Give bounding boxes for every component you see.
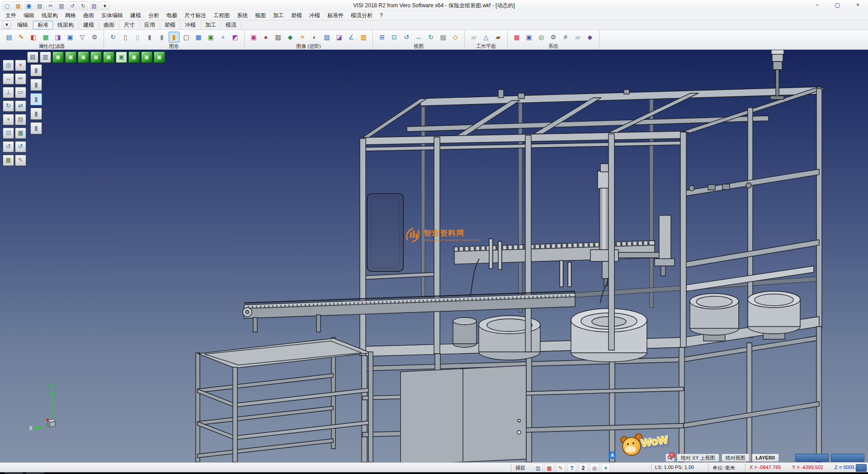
windows-taskbar[interactable] <box>0 472 868 474</box>
tab-wireframe[interactable]: 线架构 <box>53 21 79 29</box>
tab-die[interactable]: 冲模 <box>180 21 201 29</box>
iso-view-cube[interactable]: ▣ <box>52 52 64 63</box>
measure-icon[interactable]: ∠ <box>346 32 357 43</box>
tab-edit[interactable]: 编辑 <box>13 21 33 29</box>
move-icon[interactable]: ↔ <box>3 73 14 85</box>
snap-config-icon[interactable]: ◎ <box>536 32 547 43</box>
grid-settings-icon[interactable]: # <box>560 32 571 43</box>
filter-settings-icon[interactable]: ⚙ <box>89 32 100 43</box>
type-filter-icon[interactable]: ◨ <box>52 32 63 43</box>
undo-edit-icon[interactable]: ↺ <box>15 141 26 152</box>
layer-filter-icon[interactable]: ▦ <box>40 32 51 43</box>
zoom-window-icon[interactable]: ⊡ <box>3 128 14 139</box>
mirror-icon[interactable]: ⇄ <box>15 100 26 112</box>
workplane-3point-icon[interactable]: △ <box>481 32 491 43</box>
wireframe-filter-icon[interactable]: ▮ <box>30 93 42 105</box>
view-orientation-cell[interactable]: 绝对 XY 上视图 <box>677 454 719 462</box>
iso2-view-cube[interactable]: ▣ <box>141 52 152 63</box>
delete-icon[interactable]: × <box>15 60 26 71</box>
rotate-view-icon[interactable]: ↻ <box>425 32 436 43</box>
menu-system[interactable]: 系统 <box>233 11 251 20</box>
cylinder-display-icon[interactable]: ▮ <box>156 32 167 43</box>
gallery-icon[interactable]: ▥ <box>358 32 369 43</box>
cube-display-icon[interactable]: ▣ <box>205 32 216 43</box>
context-help-icon[interactable]: ? <box>567 464 576 473</box>
attributes-pen-icon[interactable]: ✎ <box>15 155 26 166</box>
menu-surface[interactable]: 曲面 <box>80 11 98 20</box>
light-icon[interactable]: ☀ <box>297 32 308 43</box>
background-icon[interactable]: ▧ <box>321 32 332 43</box>
render-mode-icon[interactable]: ◩ <box>230 32 241 43</box>
print-icon[interactable]: ▤ <box>35 1 44 10</box>
shaded-view-icon[interactable]: ▮ <box>144 32 155 43</box>
surfaces-filter-icon[interactable]: ▮ <box>30 79 42 91</box>
repaint-icon[interactable]: ▦ <box>3 155 14 166</box>
named-views-icon[interactable]: ▤ <box>438 32 448 43</box>
copy-icon[interactable]: ▥ <box>57 1 66 10</box>
display-list-icon[interactable]: ▥ <box>40 52 51 63</box>
scene-tree-icon[interactable]: ▤ <box>27 52 38 63</box>
texture-icon[interactable]: ▨ <box>273 32 283 43</box>
layers-icon[interactable]: ▧ <box>90 1 99 10</box>
visibility-icon[interactable]: ◎ <box>590 464 599 473</box>
close-button[interactable]: × <box>848 0 868 11</box>
shading-mode-icon[interactable]: ▮ <box>169 32 179 43</box>
hidden-line-icon[interactable]: ▯ <box>132 32 143 43</box>
toolbar-dropdown-caret[interactable]: ▼ <box>3 21 11 29</box>
taskbar-app-chip[interactable] <box>5 472 23 474</box>
workplane-indicator-icon[interactable]: 2 <box>579 464 588 473</box>
menu-stamping-die[interactable]: 冲模 <box>306 11 324 20</box>
pan-icon[interactable]: ↔ <box>413 32 424 43</box>
redo-icon[interactable]: ↻ <box>79 1 88 10</box>
color-filter-icon[interactable]: ◧ <box>28 32 39 43</box>
previous-view-icon[interactable]: ↺ <box>3 141 14 152</box>
points-filter-icon[interactable]: ▮ <box>30 108 42 120</box>
trim-icon[interactable]: ✂ <box>15 73 26 85</box>
back-view-cube[interactable]: ▣ <box>116 52 127 63</box>
menu-dimensioning[interactable]: 尺寸标注 <box>181 11 210 20</box>
tab-modeling[interactable]: 建模 <box>79 21 99 29</box>
origin-icon[interactable]: + <box>601 464 610 473</box>
grid-snap-icon[interactable]: ▦ <box>545 464 554 473</box>
shadow-icon[interactable]: ◐ <box>309 32 320 43</box>
new-file-icon[interactable]: ▢ <box>3 1 12 10</box>
right-view-cube[interactable]: ▣ <box>90 52 102 63</box>
ucs-icon[interactable]: ⊥ <box>3 87 14 98</box>
section-view-icon[interactable]: ◪ <box>334 32 344 43</box>
maximize-button[interactable]: ▢ <box>827 0 848 11</box>
tab-flow[interactable]: 模流 <box>221 21 241 29</box>
undo-icon[interactable]: ↺ <box>68 1 77 10</box>
menu-solid-edit[interactable]: 实体编辑 <box>98 11 127 20</box>
menu-modeling[interactable]: 建模 <box>127 11 145 20</box>
minimize-button[interactable]: − <box>807 0 827 11</box>
color-table-icon[interactable]: ▦ <box>511 32 522 43</box>
redraw-icon[interactable]: ↻ <box>108 32 118 43</box>
workplane-align-icon[interactable]: ▰ <box>493 32 504 43</box>
zoom-previous-icon[interactable]: ↺ <box>401 32 412 43</box>
ime-language-badge[interactable]: A <box>609 451 616 459</box>
display-config-icon[interactable]: ▣ <box>524 32 534 43</box>
display-mode-icon[interactable]: ▥ <box>533 464 542 473</box>
menu-help[interactable]: ? <box>376 11 387 19</box>
active-layer-cell[interactable]: LAYER0 <box>752 454 779 462</box>
zoom-window-icon[interactable]: ⊡ <box>389 32 400 43</box>
perspective-icon[interactable]: ◇ <box>450 32 461 43</box>
rotate-icon[interactable]: ↻ <box>3 100 14 112</box>
material-icon[interactable]: ◆ <box>285 32 296 43</box>
array-icon[interactable]: ▦ <box>15 128 26 139</box>
menu-edit[interactable]: 编辑 <box>20 11 38 20</box>
menu-wireframe[interactable]: 线架构 <box>38 11 61 20</box>
save-icon[interactable]: ▣ <box>24 1 33 10</box>
menu-file[interactable]: 文件 <box>2 11 20 20</box>
workplane-icon[interactable]: ▱ <box>468 32 479 43</box>
toolbar-options-caret[interactable]: ▾ <box>100 1 109 10</box>
paint-attributes-icon[interactable]: ✎ <box>16 32 27 43</box>
menu-drafting[interactable]: 工程图 <box>210 11 233 20</box>
box-display-icon[interactable]: ▢ <box>181 32 192 43</box>
front-view-cube[interactable]: ▣ <box>65 52 76 63</box>
quick-filter-icon[interactable]: ▽ <box>77 32 88 43</box>
zoom-select-icon[interactable]: ◎ <box>3 60 14 71</box>
tab-application[interactable]: 应用 <box>140 21 160 29</box>
tab-dimension[interactable]: 尺寸 <box>119 21 140 29</box>
viewport-3d[interactable]: ▤▥ ▣▣▣▣▣▣▣▣▣ ◎↔⊥↻+⊡↺▦ ×✂▭⇄▤▦↺✎ ▮▮▮▮▮ 智造资… <box>0 50 868 462</box>
